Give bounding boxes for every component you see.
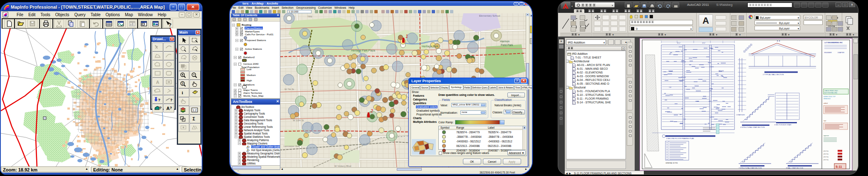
svg-text:A: A	[166, 106, 170, 111]
svg-text:TYP: TYP	[669, 87, 671, 88]
svg-text:6 SECTION ELEV STAIR: 6 SECTION ELEV STAIR	[774, 124, 791, 126]
svg-text:S-11: S-11	[836, 165, 842, 169]
svg-text:?: ?	[159, 106, 162, 110]
svg-text:plan key: plan key	[823, 156, 828, 158]
svg-text:Σ: Σ	[193, 117, 195, 121]
svg-text:7 STRUCTURAL STAIR SECTION: 7 STRUCTURAL STAIR SECTION	[739, 167, 762, 169]
svg-text:5 STAIR ELEV: 5 STAIR ELEV	[736, 114, 745, 116]
svg-text:24'-0": 24'-0"	[677, 42, 680, 44]
svg-text:DRAFTER: DRAFTER	[838, 52, 845, 54]
svg-text:ENGINEER: ENGINEER	[824, 52, 832, 54]
svg-text:Heritage Park: Heritage Park	[422, 45, 438, 48]
svg-text:?: ?	[158, 98, 161, 102]
svg-text:CHECK PRINT ONLY: CHECK PRINT ONLY	[824, 90, 838, 92]
svg-text:W 10th St: W 10th St	[293, 119, 304, 122]
svg-text:?: ?	[168, 22, 171, 27]
svg-text:A: A	[156, 80, 159, 85]
svg-text:plan key: plan key	[823, 159, 828, 161]
svg-text:W 7th St: W 7th St	[284, 88, 294, 90]
svg-text:GENERAL NOTES: GENERAL NOTES	[665, 162, 678, 164]
svg-text:8 WALL STAIR SECTION: 8 WALL STAIR SECTION	[786, 167, 803, 169]
svg-text:1: 1	[406, 34, 408, 39]
svg-text:TR9: TR9	[307, 15, 312, 18]
svg-text:3 SECOND FLOOR FRAMING PLAN: 3 SECOND FLOOR FRAMING PLAN	[666, 137, 694, 139]
svg-text:plan key: plan key	[823, 150, 828, 152]
svg-text:J+T ENGINEERING INC: J+T ENGINEERING INC	[824, 42, 843, 44]
svg-text:4 STRUCTURAL STAIR SECTION: 4 STRUCTURAL STAIR SECTION	[740, 127, 765, 128]
svg-text:sign: sign	[823, 120, 826, 122]
svg-text:i: i	[182, 90, 183, 95]
svg-text:Field Park: Field Park	[501, 44, 513, 46]
svg-text:?: ?	[182, 82, 184, 86]
svg-text:?: ?	[170, 98, 173, 102]
svg-text:added: added	[823, 103, 828, 104]
svg-text:08/06/2012: 08/06/2012	[823, 98, 831, 100]
svg-text:Heritage Park Plaza: Heritage Park Plaza	[351, 49, 375, 52]
svg-text:Nash: Nash	[480, 13, 486, 14]
svg-text:A - A: A - A	[777, 40, 780, 42]
svg-text:2: 2	[370, 108, 373, 113]
svg-text:Lancaster Ave: Lancaster Ave	[284, 145, 300, 147]
svg-text:DRIVE 78 S/L TOP: DRIVE 78 S/L TOP	[823, 96, 836, 98]
svg-text:Harmon: Harmon	[500, 40, 510, 43]
svg-text:18'-6": 18'-6"	[702, 42, 705, 44]
svg-text:plan key: plan key	[823, 153, 828, 155]
svg-text:W12x26: W12x26	[719, 70, 724, 72]
svg-text:Elementary School: Elementary School	[479, 15, 500, 17]
svg-text:?: ?	[170, 106, 172, 110]
svg-text:1:2: 1:2	[193, 109, 197, 112]
svg-text:NOT FOR RECORD: NOT FOR RECORD	[824, 92, 837, 94]
svg-text:2 TYPICAL WALL SECTION: 2 TYPICAL WALL SECTION	[763, 73, 784, 76]
svg-text:approve: approve	[823, 135, 829, 137]
